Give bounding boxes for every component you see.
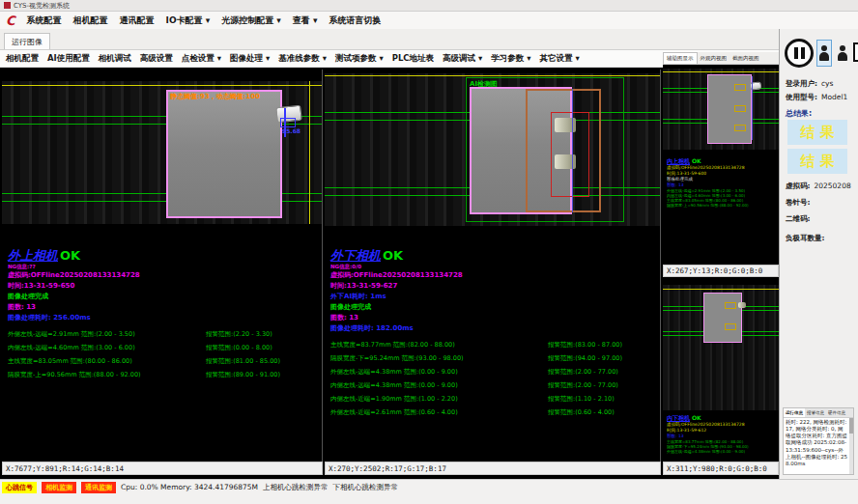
alarm-range: 报警范围:(2.00 - 77.00)	[548, 381, 618, 390]
tab-run-image[interactable]: 运行图像	[4, 33, 50, 49]
menu-item-camera-config[interactable]: 相机配置	[73, 14, 108, 27]
window-title: CYS-视觉检测系统	[14, 1, 70, 11]
log-scrollbar-thumb[interactable]	[849, 418, 853, 434]
tool-camera-debug[interactable]: 相机调试	[99, 53, 131, 65]
alarm-range: 报警范围:(83.00 - 87.00)	[548, 341, 622, 350]
reference-yellow-line	[309, 81, 310, 224]
measurement-value: 主线宽度=83.05mm 范围:(80.00 - 86.00)	[8, 357, 206, 366]
menu-item-io-card-config[interactable]: IO卡配置 ▾	[166, 14, 211, 27]
thumb-camera-image[interactable]	[663, 69, 779, 150]
tool-learning-params[interactable]: 学习参数 ▾	[491, 53, 530, 65]
tool-advanced-settings[interactable]: 高级设置	[140, 53, 173, 65]
time-line: 时间:13-31-59-627	[330, 281, 658, 292]
measurement-row: 隔膜宽度-上=90.56mm 范围:(88.00 - 92.00)	[667, 203, 777, 208]
tool-other-settings[interactable]: 其它设置 ▾	[540, 53, 580, 65]
lower-camera-heartbeat-message: 下相机心跳检测异常	[333, 482, 399, 492]
tool-ai-usage-config[interactable]: AI使用配置	[47, 53, 90, 65]
camera-name: 外下相机	[330, 248, 381, 263]
menu-item-light-control[interactable]: 光源控制配置 ▾	[221, 14, 281, 27]
tab-strip: 运行图像	[0, 29, 779, 50]
measurement-value: 隔膜宽度-下=95.24mm 范围:(93.00 - 98.00)	[330, 354, 548, 363]
measure-callout-box	[734, 105, 746, 112]
camera-name: 内上相机	[667, 157, 690, 164]
thumb-camera-image[interactable]	[663, 285, 779, 410]
model-row: 使用型号: Model1	[786, 93, 847, 102]
tool-plc-address-table[interactable]: PLC地址表	[392, 53, 434, 65]
thumb-tab-aux-view[interactable]: 辅助图显示	[663, 52, 698, 64]
current-user-button[interactable]	[816, 40, 832, 67]
thumbnail-tab-strip: 辅助图显示 外观内视图 截面内视图	[663, 52, 779, 65]
barcode-line: 虚拟码:OFFline20250208133134728	[8, 270, 320, 281]
elapsed-line: 图像处理耗时: 256.00ms	[8, 313, 320, 323]
measure-callout-box	[725, 323, 736, 330]
ng-info-line: NG信息:0/0	[330, 263, 658, 270]
negative-tab-count-label: 负极耳数量:	[786, 234, 825, 243]
log-scrollbar[interactable]	[849, 418, 853, 474]
camera-monitor-badge: 相机监测	[42, 482, 76, 493]
log-text: 耗时: 222, 网络检测耗时: 17, 网络分类耗时: 0, 网络提取分区耗时…	[784, 418, 853, 468]
electrode-tab-object	[738, 302, 746, 308]
measure-callout-box	[734, 125, 746, 131]
log-tab-alarm[interactable]: 报警信息	[805, 408, 826, 417]
thumb-result-block: 内下相机OK 虚拟码:OFFline20250208133134728 时间:1…	[667, 414, 777, 454]
menu-item-language-switch[interactable]: 系统语言切换	[329, 14, 382, 27]
menu-item-view[interactable]: 查看 ▾	[293, 14, 318, 27]
measurement-row: 外侧左线-近端=2.61mm 范围:(0.60 - 4.00)报警范围:(0.6…	[330, 406, 658, 419]
measurement-value: 内侧左线-远端=4.38mm 范围:(0.00 - 9.00)	[330, 381, 548, 390]
login-user-value: cys	[821, 79, 833, 89]
measurement-row: 外侧左线-远端=4.38mm 范围:(0.00 - 9.00)报警范围:(2.0…	[330, 365, 658, 378]
ai-elapsed-line: 外下AI耗时: 1ms	[330, 292, 658, 302]
threshold-overlay-text: 静态阈值:93，动态阈值:100	[170, 92, 260, 101]
measure-blue-box	[280, 118, 296, 127]
camera-result-title: 外下相机OK	[330, 249, 658, 263]
log-tab-hardware[interactable]: 硬件信息	[826, 408, 847, 417]
baseline-yellow-line	[663, 71, 779, 72]
alarm-range: 报警范围:(1.10 - 2.10)	[548, 395, 615, 404]
pause-icon	[801, 47, 805, 59]
log-tab-strip: 运行信息 报警信息 硬件信息	[784, 408, 853, 418]
measurement-row: 外侧左线-远端=4.38mm 范围:(0.00 - 9.00)	[667, 449, 777, 454]
measurement-value: 外侧左线-远端=2.91mm 范围:(2.00 - 3.50)	[8, 330, 206, 339]
camera-panel-outer-lower: AI检测图 外下相机OK NG信息:0/0 虚拟码:OFFline2025020…	[325, 70, 661, 462]
thumbnail-inner-upper[interactable]: 内上相机OK 虚拟码:OFFline20250208133134728 时间:1…	[663, 65, 779, 265]
menu-item-system-config[interactable]: 系统配置	[27, 14, 62, 27]
virtual-code-value: 20250208	[815, 182, 851, 191]
tool-image-processing[interactable]: 图像处理 ▾	[230, 53, 270, 65]
switch-user-button[interactable]	[835, 40, 850, 67]
measure-value-label: 95.68	[282, 127, 300, 134]
menu-item-comm-config[interactable]: 通讯配置	[120, 14, 155, 27]
pause-button[interactable]	[785, 39, 814, 68]
alarm-range: 报警范围:(89.00 - 91.00)	[206, 371, 280, 379]
thumb-tab-section-view[interactable]: 截面内视图	[729, 52, 762, 64]
pixel-readout-middle: X:270;Y:2502;R:17;G:17;B:17	[325, 462, 661, 475]
camera-name: 内下相机	[667, 414, 690, 421]
status-bar: 心跳信号 相机监测 通讯监测 Cpu: 0.0% Memory: 3424.41…	[0, 479, 858, 504]
title-bar: CYS-视觉检测系统	[0, 0, 858, 12]
thumb-tab-outer-view[interactable]: 外观内视图	[698, 52, 730, 64]
result-ok-badge: OK	[383, 248, 403, 263]
thumbnail-inner-lower[interactable]: 内下相机OK 虚拟码:OFFline20250208133134728 时间:1…	[663, 279, 779, 462]
measurement-value: 外侧左线-近端=2.61mm 范围:(0.60 - 4.00)	[330, 408, 548, 417]
camera-name: 外上相机	[8, 248, 58, 263]
heartbeat-status-badge: 心跳信号	[2, 482, 37, 493]
pixel-readout-left: X:7677;Y:891;R:14;G:14;B:14	[2, 462, 323, 475]
tool-baseline-params[interactable]: 基准线参数 ▾	[278, 53, 327, 65]
logout-button[interactable]: →	[853, 42, 858, 64]
user-icon	[819, 45, 829, 62]
measurement-row: 内侧左线-远端=4.60mm 范围:(3.00 - 6.00)报警范围:(0.0…	[8, 341, 320, 354]
tool-camera-config[interactable]: 相机配置	[6, 53, 39, 65]
tool-spot-check[interactable]: 点检设置 ▾	[182, 53, 221, 65]
tool-advanced-debug[interactable]: 高级调试 ▾	[443, 53, 482, 65]
result-ok-badge: OK	[692, 414, 701, 421]
barcode-line: 虚拟码:OFFline20250208133134728	[330, 270, 658, 281]
result-ok-badge: OK	[692, 157, 701, 164]
baseline-yellow-line	[2, 85, 322, 86]
alarm-range: 报警范围:(2.20 - 3.30)	[206, 330, 272, 339]
pin-number-label: 卷针号:	[786, 198, 811, 208]
measurement-value: 主线宽度=83.77mm 范围:(82.00 - 88.00)	[330, 341, 548, 350]
camera-image-outer-upper[interactable]: 静态阈值:93，动态阈值:100 95.68	[2, 81, 322, 224]
camera-image-outer-lower[interactable]: AI检测图	[325, 73, 660, 226]
measurement-value: 内侧左线-远端=4.60mm 范围:(3.00 - 6.00)	[8, 344, 206, 352]
log-tab-runtime[interactable]: 运行信息	[784, 408, 805, 417]
tool-test-item-params[interactable]: 测试项参数 ▾	[335, 53, 384, 65]
